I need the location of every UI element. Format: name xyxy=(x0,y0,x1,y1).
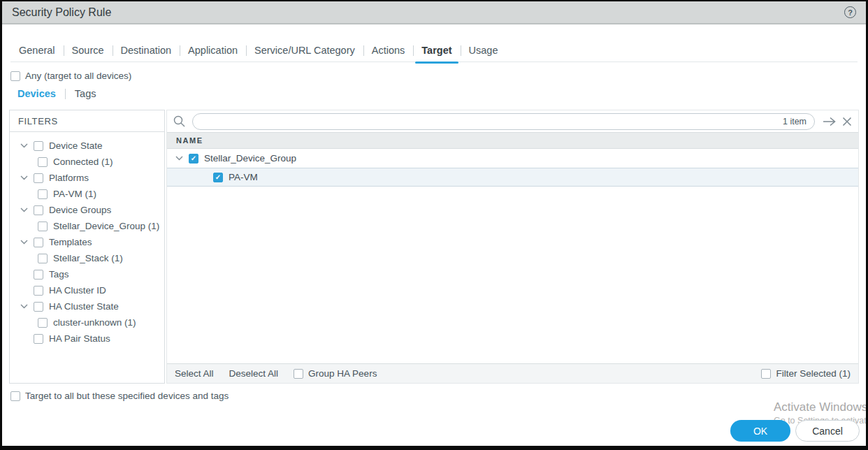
item-count-badge: 1 item xyxy=(783,117,814,126)
filter-item-ha-cluster-state: HA Cluster State xyxy=(10,298,164,314)
negate-target-row: Target to all but these specified device… xyxy=(10,391,229,401)
search-row: 1 item xyxy=(167,110,858,132)
filter-checkbox[interactable] xyxy=(34,302,43,312)
filter-checkbox[interactable] xyxy=(34,334,43,344)
chevron-down-icon[interactable] xyxy=(20,175,28,180)
clear-filter-close-icon[interactable] xyxy=(839,117,855,126)
group-ha-peers-checkbox[interactable] xyxy=(294,369,303,379)
subtab-bar: Devices Tags xyxy=(17,88,96,99)
search-input[interactable] xyxy=(193,115,783,129)
filter-label: Stellar_Device_Group (1) xyxy=(53,221,159,231)
subtab-separator xyxy=(65,89,66,99)
search-pill: 1 item xyxy=(192,113,815,130)
tab-target[interactable]: Target xyxy=(413,39,460,62)
tab-destination[interactable]: Destination xyxy=(113,39,180,62)
chevron-down-icon[interactable] xyxy=(20,304,28,309)
tab-usage[interactable]: Usage xyxy=(461,39,507,62)
help-icon[interactable]: ? xyxy=(844,6,856,18)
select-all-button[interactable]: Select All xyxy=(175,368,214,379)
device-label: PA-VM xyxy=(229,172,258,182)
filter-checkbox[interactable] xyxy=(38,222,48,231)
filter-checkbox[interactable] xyxy=(38,189,48,199)
filter-label: PA-VM (1) xyxy=(53,189,96,199)
filter-checkbox[interactable] xyxy=(34,286,43,296)
filter-item-templates: Templates xyxy=(10,234,164,250)
filter-item-cluster-unknown: cluster-unknown (1) xyxy=(10,314,164,331)
filter-label: Templates xyxy=(49,237,92,247)
filter-item-connected: Connected (1) xyxy=(10,154,164,170)
chevron-down-icon[interactable] xyxy=(20,208,28,212)
filter-checkbox[interactable] xyxy=(34,238,43,247)
device-checkbox[interactable] xyxy=(213,173,223,182)
subtab-devices[interactable]: Devices xyxy=(17,88,56,99)
negate-target-checkbox[interactable] xyxy=(10,391,20,401)
devices-list-panel: 1 item NAME Stellar_Device_Group PA-VM xyxy=(166,110,859,384)
security-policy-rule-dialog: Security Policy Rule ? General Source De… xyxy=(0,0,868,450)
ok-button[interactable]: OK xyxy=(730,420,790,442)
tab-application[interactable]: Application xyxy=(180,39,246,62)
group-ha-peers-label: Group HA Peers xyxy=(308,368,377,379)
filter-checkbox[interactable] xyxy=(34,173,43,183)
filter-item-ha-pair-status: HA Pair Status xyxy=(10,331,164,347)
filters-tree: Device State Connected (1) Platforms PA-… xyxy=(10,132,164,347)
filter-selected-control: Filter Selected (1) xyxy=(761,368,851,379)
filter-label: HA Pair Status xyxy=(49,333,110,344)
filter-label: Device Groups xyxy=(49,205,111,215)
chevron-down-icon[interactable] xyxy=(20,240,28,245)
filter-item-device-state: Device State xyxy=(10,138,164,154)
filter-label: cluster-unknown (1) xyxy=(53,317,136,328)
name-column-header: NAME xyxy=(167,132,858,149)
deselect-all-button[interactable]: Deselect All xyxy=(229,368,279,379)
filter-item-platforms: Platforms xyxy=(10,170,164,186)
any-target-label: Any (target to all devices) xyxy=(25,71,131,81)
filter-selected-label: Filter Selected (1) xyxy=(776,368,851,379)
filter-label: Platforms xyxy=(49,173,89,183)
device-group-checkbox[interactable] xyxy=(189,154,198,164)
filter-label: Stellar_Stack (1) xyxy=(53,253,123,263)
filter-checkbox[interactable] xyxy=(38,157,48,167)
any-target-row: Any (target to all devices) xyxy=(10,71,131,81)
dialog-titlebar: Security Policy Rule ? xyxy=(2,1,866,24)
search-icon xyxy=(170,115,189,128)
filter-item-ha-cluster-id: HA Cluster ID xyxy=(10,282,164,298)
dialog-title: Security Policy Rule xyxy=(12,6,111,19)
filter-checkbox[interactable] xyxy=(38,254,48,263)
filter-item-device-groups: Device Groups xyxy=(10,202,164,218)
apply-filter-arrow-icon[interactable] xyxy=(820,117,839,126)
group-ha-peers-control: Group HA Peers xyxy=(294,368,377,379)
target-content: FILTERS Device State Connected (1) Platf… xyxy=(9,110,859,384)
filters-header: FILTERS xyxy=(10,110,164,132)
list-toolbar: Select All Deselect All Group HA Peers F… xyxy=(167,363,858,383)
list-empty-space xyxy=(167,187,858,363)
filter-label: Tags xyxy=(49,269,69,280)
chevron-down-icon[interactable] xyxy=(20,143,28,148)
tab-source[interactable]: Source xyxy=(64,39,113,62)
device-group-label: Stellar_Device_Group xyxy=(204,153,296,164)
filter-checkbox[interactable] xyxy=(38,318,48,328)
filter-label: Connected (1) xyxy=(53,157,113,167)
filter-label: Device State xyxy=(49,140,103,151)
filters-panel: FILTERS Device State Connected (1) Platf… xyxy=(9,110,165,384)
filter-item-tags: Tags xyxy=(10,266,164,282)
filter-label: HA Cluster State xyxy=(49,301,119,312)
filter-item-pa-vm: PA-VM (1) xyxy=(10,186,164,202)
chevron-down-icon[interactable] xyxy=(175,156,183,161)
device-group-row[interactable]: Stellar_Device_Group xyxy=(167,149,858,168)
filter-checkbox[interactable] xyxy=(34,270,43,280)
cancel-button[interactable]: Cancel xyxy=(795,420,860,442)
subtab-tags[interactable]: Tags xyxy=(75,88,96,99)
device-row[interactable]: PA-VM xyxy=(167,168,858,187)
filter-label: HA Cluster ID xyxy=(49,285,106,296)
filter-checkbox[interactable] xyxy=(34,141,43,151)
filter-selected-checkbox[interactable] xyxy=(761,369,771,379)
dialog-footer-buttons: OK Cancel xyxy=(730,420,860,442)
filter-item-stellar-device-group: Stellar_Device_Group (1) xyxy=(10,218,164,234)
tab-service-url-category[interactable]: Service/URL Category xyxy=(246,39,363,62)
any-target-checkbox[interactable] xyxy=(10,71,20,81)
filter-item-stellar-stack: Stellar_Stack (1) xyxy=(10,250,164,266)
negate-target-label: Target to all but these specified device… xyxy=(25,391,229,401)
tab-bar: General Source Destination Application S… xyxy=(10,39,858,62)
tab-actions[interactable]: Actions xyxy=(363,39,414,62)
filter-checkbox[interactable] xyxy=(34,205,43,215)
tab-general[interactable]: General xyxy=(10,39,64,62)
